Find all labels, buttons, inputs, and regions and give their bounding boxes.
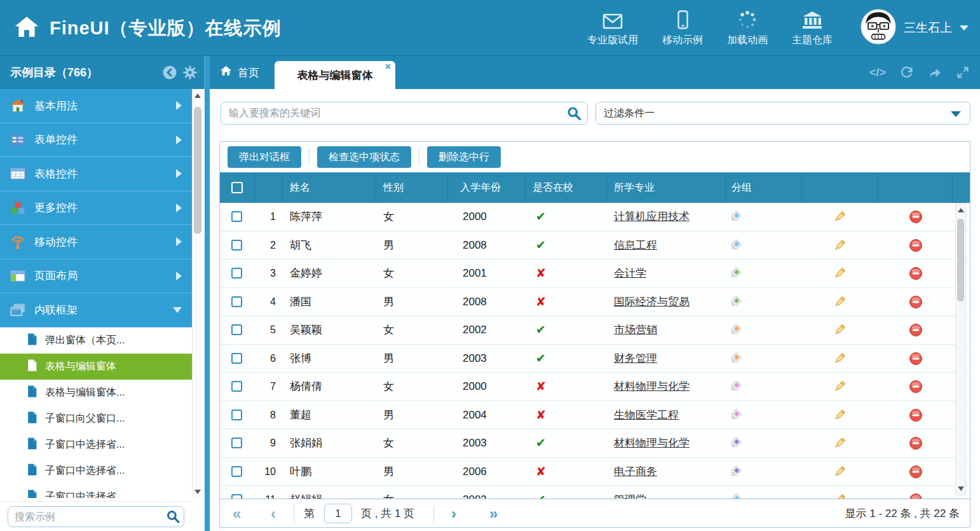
scroll-up-icon[interactable] (956, 205, 965, 215)
table-row: 4 潘国 男 2008 ✘ 国际经济与贸易 (220, 288, 970, 317)
select-all-checkbox[interactable] (231, 182, 243, 193)
open-dialog-button[interactable]: 弹出对话框 (228, 146, 301, 168)
source-code-icon[interactable]: </> (869, 66, 886, 79)
check-selection-button[interactable]: 检查选中项状态 (317, 146, 411, 168)
first-page-button[interactable]: « (233, 499, 241, 528)
page-number-input[interactable] (324, 504, 352, 523)
delete-icon[interactable] (909, 408, 923, 425)
sidebar-scrollbar-thumb[interactable] (194, 107, 201, 234)
sidebar-item-basic[interactable]: 基本用法 (0, 89, 192, 123)
row-checkbox[interactable] (231, 296, 242, 307)
table-scrollbar-thumb[interactable] (957, 219, 964, 301)
filter-dropdown[interactable]: 过滤条件一 (595, 102, 970, 125)
delete-icon[interactable] (909, 436, 923, 453)
edit-icon[interactable] (833, 323, 847, 340)
row-checkbox[interactable] (231, 353, 242, 364)
major-link[interactable]: 材料物理与化学 (614, 429, 690, 458)
share-icon[interactable] (928, 66, 942, 79)
last-page-button[interactable]: » (489, 499, 498, 528)
close-tab-icon[interactable]: × (385, 62, 391, 72)
major-link[interactable]: 计算机应用技术 (614, 203, 690, 231)
submenu-item-select-province-1[interactable]: 子窗口中选择省... (0, 432, 192, 458)
delete-icon[interactable] (909, 323, 923, 340)
scroll-up-icon[interactable] (193, 90, 203, 100)
scroll-down-icon[interactable] (193, 486, 203, 497)
delete-icon[interactable] (909, 210, 923, 226)
major-link[interactable]: 管理学 (614, 486, 646, 499)
delete-icon[interactable] (909, 380, 923, 396)
topbar-item-loading[interactable]: 加载动画 (727, 9, 768, 47)
row-checkbox[interactable] (231, 438, 242, 448)
sidebar-item-more[interactable]: 更多控件 (0, 191, 192, 226)
row-index: 2 (255, 231, 276, 260)
edit-icon[interactable] (833, 380, 847, 396)
row-checkbox[interactable] (231, 466, 242, 477)
submenu-item-select-province-2[interactable]: 子窗口中选择省... (0, 458, 192, 484)
row-checkbox[interactable] (231, 268, 242, 279)
topbar-item-mobile[interactable]: 移动示例 (662, 9, 703, 47)
edit-icon[interactable] (833, 408, 847, 425)
submenu-item-select-province-3[interactable]: 子窗口中选择省 (0, 484, 192, 498)
row-checkbox[interactable] (231, 240, 242, 251)
major-link[interactable]: 电子商务 (614, 458, 657, 486)
delete-icon[interactable] (909, 295, 923, 312)
sidebar-scrollbar[interactable] (192, 89, 202, 498)
major-link[interactable]: 信息工程 (614, 231, 657, 260)
table-row: 10 叶鹏 男 2006 ✘ 电子商务 (220, 458, 970, 486)
delete-selected-button[interactable]: 删除选中行 (427, 146, 501, 168)
table-scrollbar[interactable] (955, 203, 966, 495)
row-checkbox[interactable] (231, 410, 242, 420)
row-checkbox[interactable] (231, 494, 242, 499)
major-link[interactable]: 会计学 (614, 259, 646, 288)
row-index: 11 (255, 486, 276, 499)
topbar-item-trial[interactable]: 专业版试用 (587, 9, 638, 47)
search-icon[interactable] (167, 510, 180, 526)
major-link[interactable]: 生物医学工程 (614, 401, 679, 430)
table-row: 9 张娟娟 女 2003 ✔ 材料物理与化学 (220, 429, 970, 458)
major-link[interactable]: 财务管理 (614, 345, 657, 373)
gear-icon[interactable] (183, 66, 197, 82)
collapse-sidebar-icon[interactable] (163, 66, 177, 82)
edit-icon[interactable] (833, 210, 847, 226)
edit-icon[interactable] (833, 493, 847, 499)
edit-icon[interactable] (833, 266, 847, 283)
delete-icon[interactable] (909, 238, 923, 255)
refresh-icon[interactable] (900, 66, 914, 79)
fullscreen-icon[interactable] (956, 66, 970, 79)
sidebar-item-form[interactable]: 表单控件 (0, 123, 192, 158)
submenu-item-grid-edit-window-2[interactable]: 表格与编辑窗体... (0, 380, 192, 406)
user-menu[interactable]: 三生石上 (861, 9, 969, 47)
scroll-down-icon[interactable] (956, 483, 965, 493)
tab-home[interactable]: 首页 (220, 56, 259, 89)
topbar-item-themes[interactable]: 主题仓库 (792, 9, 833, 47)
delete-icon[interactable] (909, 352, 923, 368)
next-page-button[interactable]: › (451, 499, 456, 528)
row-checkbox[interactable] (231, 381, 242, 392)
edit-icon[interactable] (833, 295, 847, 312)
submenu-item-grid-edit-window[interactable]: 表格与编辑窗体 (0, 354, 192, 380)
row-checkbox[interactable] (231, 324, 242, 335)
keyword-input[interactable] (221, 102, 588, 125)
sidebar-search-input[interactable] (8, 506, 184, 527)
delete-icon[interactable] (909, 266, 923, 283)
sidebar-item-iframe[interactable]: 内联框架 (0, 293, 192, 328)
delete-icon[interactable] (909, 493, 923, 499)
edit-icon[interactable] (833, 352, 847, 368)
row-checkbox[interactable] (231, 211, 242, 222)
edit-icon[interactable] (833, 436, 847, 453)
delete-icon[interactable] (909, 465, 923, 481)
submenu-item-child-to-parent[interactable]: 子窗口向父窗口... (0, 406, 192, 432)
sidebar-item-grid[interactable]: 表格控件 (0, 157, 192, 191)
search-icon[interactable] (567, 106, 582, 123)
edit-icon[interactable] (833, 465, 847, 481)
edit-icon[interactable] (833, 238, 847, 255)
sidebar-item-mobile[interactable]: 移动控件 (0, 225, 192, 259)
tab-grid-edit-window[interactable]: 表格与编辑窗体 × (275, 61, 395, 89)
cell-year: 2008 (463, 231, 487, 260)
major-link[interactable]: 市场营销 (614, 316, 657, 345)
submenu-item-popup-window[interactable]: 弹出窗体（本页... (0, 328, 192, 354)
prev-page-button[interactable]: ‹ (271, 499, 276, 528)
major-link[interactable]: 国际经济与贸易 (614, 288, 690, 317)
major-link[interactable]: 材料物理与化学 (614, 373, 690, 401)
sidebar-item-layout[interactable]: 页面布局 (0, 259, 192, 294)
